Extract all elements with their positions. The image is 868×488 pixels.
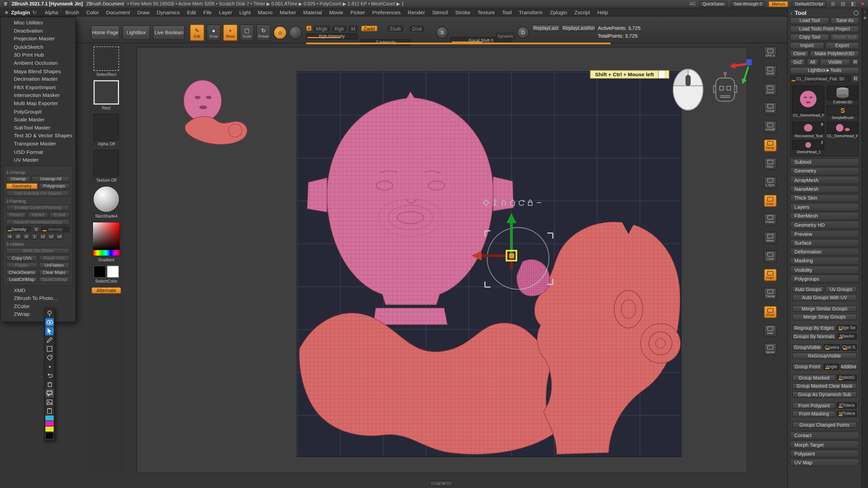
tool-section-row[interactable]: Thick Skin [790, 194, 859, 202]
save-ctrlmap-button[interactable]: SaveCtrlMap [38, 277, 70, 283]
density-preset-button[interactable]: x4 [56, 233, 63, 239]
density-preset-button[interactable]: /2 [23, 233, 30, 239]
lightbox-tools-button[interactable]: Lightbox►Tools [790, 67, 859, 74]
demohead1-thumbnail[interactable]: 2 [792, 140, 824, 150]
pin-icon[interactable] [854, 10, 859, 15]
density-value-slider[interactable]: density [41, 226, 70, 232]
checkseams-button[interactable]: CheckSeams [6, 269, 37, 276]
canvas-document[interactable] [297, 72, 682, 457]
unwrap-button[interactable]: Unwrap [6, 176, 31, 182]
menu-item[interactable]: Picker [347, 9, 369, 15]
density-slider[interactable]: Density [6, 226, 32, 232]
select-rect-icon[interactable] [94, 46, 119, 71]
zplugin-menu-item[interactable]: Misc Utilities [1, 19, 75, 27]
tool-section-row[interactable]: Deformation [790, 248, 859, 256]
swatch-cyan[interactable] [45, 415, 54, 421]
attract-button[interactable]: Attract [28, 212, 48, 218]
active-tool-slider[interactable]: CL_DemoHead_Flat. 50 [790, 75, 851, 82]
canvas-mesh-layer[interactable] [297, 72, 681, 456]
stroke-rect-icon[interactable] [94, 80, 119, 105]
right-shelf-button[interactable]: Frame [764, 213, 776, 225]
density-x-button[interactable]: X [33, 226, 40, 232]
right-shelf-button[interactable]: Ghost [764, 306, 776, 318]
home-page-button[interactable]: Home Page [91, 25, 120, 40]
menu-item[interactable]: Macro [254, 9, 276, 15]
paste-uvs-button[interactable]: Paste UVs [38, 255, 70, 261]
main-color-swatch[interactable] [94, 266, 106, 278]
menu-item[interactable]: Brush [62, 9, 83, 15]
zplugin-menu-item[interactable]: UV Master [1, 156, 75, 164]
color-picker[interactable] [93, 222, 120, 256]
replay-last-rel-button[interactable]: ReplayLastRel [562, 25, 595, 32]
edge-config-icon[interactable]: ✱ [863, 16, 867, 20]
live-boolean-button[interactable]: Live Boolean [153, 25, 185, 40]
tool-section-row[interactable]: FiberMesh [790, 212, 859, 220]
menu-item[interactable]: File [200, 9, 215, 15]
quicksave-button[interactable]: QuickSave [699, 1, 727, 7]
merge-similar-groups-button[interactable]: Merge Similar Groups [792, 305, 857, 312]
see-through-slider[interactable]: See-through 0 [731, 1, 765, 7]
density-preset-button[interactable]: /3 [14, 233, 21, 239]
comment-icon[interactable] [45, 389, 54, 397]
collapse-panel-icon[interactable]: ‹ [790, 9, 792, 16]
pencil-icon[interactable] [45, 336, 54, 344]
right-shelf-button[interactable]: Solo [764, 325, 776, 337]
density-preset-button[interactable]: /4 [6, 233, 13, 239]
zplugin-menu-item[interactable]: ZColor [1, 303, 75, 311]
make-polymesh3d-button[interactable]: Make PolyMesh3D [810, 50, 859, 57]
tool-section-row[interactable]: Polypaint [790, 450, 859, 458]
menu-item[interactable]: Movie [326, 9, 347, 15]
zcut-toggle[interactable]: Zcut [410, 25, 424, 32]
menu-item[interactable]: Transform [515, 9, 546, 15]
mask-tolerance-slider[interactable]: MTolera [837, 410, 857, 417]
menu-item[interactable]: Stroke [452, 9, 474, 15]
tool-section-row[interactable]: Contact [790, 432, 859, 440]
secondary-color-swatch[interactable] [107, 266, 119, 278]
replay-last-button[interactable]: ReplayLast [531, 25, 560, 32]
replay-icon[interactable]: D [517, 26, 529, 39]
protect-button[interactable]: Protect [6, 212, 26, 218]
additive-toggle[interactable]: Additive [840, 363, 857, 370]
mode-button[interactable]: ↻ Rotate [256, 24, 271, 41]
group-visible-button[interactable]: GroupVisible [792, 344, 823, 351]
zplugin-menu-item[interactable]: Intersection Masker [1, 92, 75, 100]
menu-item[interactable]: Document [102, 9, 134, 15]
goz-r-button[interactable]: R [851, 59, 859, 65]
mode-button[interactable]: ● Draw [206, 24, 221, 41]
default-zscript-button[interactable]: DefaultZScript [792, 1, 826, 7]
paste-tool-button[interactable]: Paste Tool [831, 34, 859, 41]
zplugin-menu-item[interactable]: ZBrush To Photo... [1, 294, 75, 303]
color-saturation-box[interactable] [93, 222, 119, 250]
load-tool-button[interactable]: Load Tool [790, 17, 830, 24]
edge-sensitivity-slider[interactable]: Edge Se [837, 325, 857, 331]
regroup-visible-button[interactable]: ReGroupVisible [792, 352, 857, 359]
uv-small-piece[interactable] [517, 260, 550, 296]
rgb-intensity-slider[interactable]: Rgb Intensity [306, 33, 358, 39]
menu-item[interactable]: Tool [498, 9, 515, 15]
menu-item[interactable]: Marker [276, 9, 299, 15]
density-preset-button[interactable]: 1 [31, 233, 38, 239]
trash-icon[interactable] [45, 380, 54, 388]
simplebrush-thumbnail[interactable]: S [827, 106, 858, 116]
menu-item[interactable]: Material [300, 9, 326, 15]
zplugin-menu-item[interactable]: PolyGroupIt [1, 108, 75, 116]
goz-button[interactable]: GoZ [790, 59, 806, 65]
texture-slot-icon[interactable] [94, 150, 119, 176]
uv-unwrapped-side[interactable] [535, 220, 680, 454]
groups-by-normals-button[interactable]: Groups By Normals [792, 333, 836, 340]
right-shelf-button[interactable]: Zoom [764, 84, 776, 96]
menu-item[interactable]: Texture [474, 9, 498, 15]
tool-section-row[interactable]: Masking [790, 257, 859, 265]
attract-from-ao-button[interactable]: AttractFromAmbientOccl [6, 219, 70, 225]
group-masked-clear-mask-button[interactable]: Group Masked Clear Mask [792, 383, 857, 389]
auto-groups-button[interactable]: Auto Groups [792, 286, 824, 292]
material-skinshade-icon[interactable] [93, 186, 119, 212]
swatch-yellow[interactable] [45, 427, 54, 432]
angle-slider[interactable]: Angle [824, 363, 839, 370]
zplugin-menu-item[interactable]: SubTool Master [1, 124, 75, 132]
polygroups-toggle[interactable]: Polygroups [38, 183, 70, 189]
uv-unwrapped-body[interactable] [299, 313, 555, 454]
coverage-slider[interactable]: Covera [824, 344, 840, 351]
right-shelf-button[interactable]: Xpose [764, 343, 776, 355]
unflatten-button[interactable]: UnFlatten [38, 262, 70, 268]
